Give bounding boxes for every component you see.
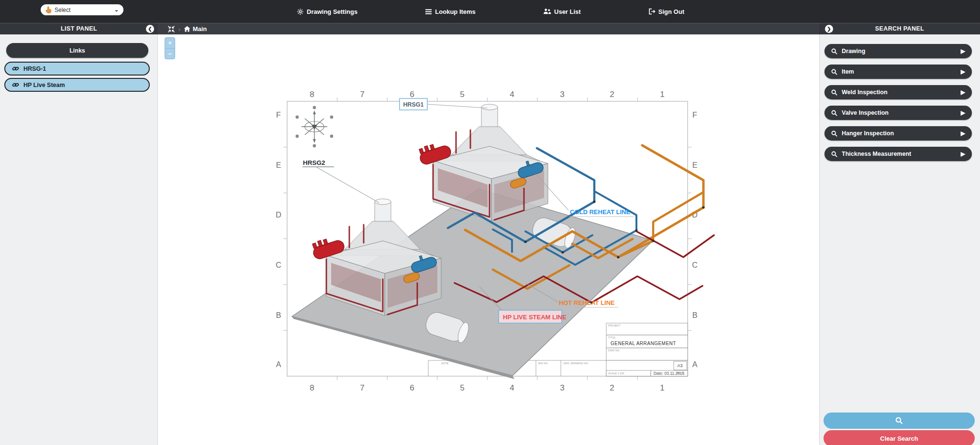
nav-label: Lookup Items: [435, 8, 476, 15]
triangle-right-icon: ▶: [961, 130, 965, 137]
search-btn-valve-inspection[interactable]: Valve Inspection ▶: [824, 106, 972, 120]
search-icon: [895, 417, 903, 424]
nav-label: Sign Out: [658, 8, 684, 15]
clear-search-button[interactable]: Clear Search: [824, 430, 975, 445]
nav-user-list[interactable]: User List: [543, 8, 581, 15]
select-dropdown-label: Select: [55, 7, 114, 13]
home-icon: [184, 26, 190, 32]
nav-label: Drawing Settings: [307, 8, 357, 15]
label-hp-live-steam-line[interactable]: HP LIVE STEAM LINE: [499, 310, 567, 323]
search-btn-thickness-measurement[interactable]: Thickness Measurement ▶: [824, 147, 972, 161]
list-item-hp-live-steam[interactable]: HP Live Steam: [4, 78, 150, 92]
sheet-size: A3: [677, 363, 682, 368]
breadcrumb: › Main: [167, 23, 207, 34]
grid-row-labels-left: F E D C B A: [276, 111, 281, 369]
triangle-right-icon: ▶: [961, 151, 965, 157]
svg-text:3: 3: [560, 383, 564, 392]
search-btn-label: Drawing: [842, 48, 957, 54]
link-icon: [12, 82, 19, 88]
search-btn-label: Item: [842, 68, 957, 75]
svg-text:HP LIVE STEAM LINE: HP LIVE STEAM LINE: [503, 314, 567, 321]
list-icon: [425, 9, 432, 15]
search-panel-header: ❯ SEARCH PANEL: [819, 23, 980, 34]
svg-text:D: D: [276, 211, 281, 219]
label-hrsg1[interactable]: HRSG1: [400, 98, 427, 110]
execute-search-button[interactable]: [824, 412, 975, 429]
search-icon: [831, 151, 837, 157]
svg-text:HRSG2: HRSG2: [303, 159, 325, 166]
nav-drawing-settings[interactable]: Drawing Settings: [297, 8, 357, 15]
svg-text:PROJECT: PROJECT: [608, 324, 621, 327]
list-item-hrsg-1[interactable]: HRSG-1: [4, 62, 150, 76]
drawing-canvas[interactable]: 8 7 6 5 4 3 2 1 8 7 6 5 4 3 2 1: [158, 34, 815, 445]
chevron-down-icon: ⌄: [114, 7, 119, 13]
triangle-right-icon: ▶: [961, 109, 965, 116]
compress-icon[interactable]: [167, 25, 175, 33]
grid-column-labels-bottom: 8 7 6 5 4 3 2 1: [310, 383, 664, 392]
svg-text:B: B: [692, 311, 698, 319]
search-panel: Drawing ▶ Item ▶ Weld Inspection ▶ Valve…: [819, 34, 980, 445]
svg-text:6: 6: [410, 90, 414, 99]
links-section-header: Links: [6, 43, 148, 58]
svg-text:6: 6: [410, 383, 414, 392]
svg-text:E: E: [692, 161, 698, 169]
link-icon: [12, 65, 19, 72]
nav-label: User List: [554, 8, 581, 15]
svg-text:COLD REHEAT LINE: COLD REHEAT LINE: [570, 208, 630, 216]
svg-text:F: F: [692, 111, 697, 119]
label-hot-reheat-line: HOT REHEAT LINE: [558, 299, 618, 307]
svg-text:5: 5: [460, 90, 464, 99]
svg-text:B: B: [276, 311, 281, 319]
svg-text:HOT REHEAT LINE: HOT REHEAT LINE: [559, 299, 615, 306]
svg-text:3: 3: [560, 90, 564, 99]
svg-text:1: 1: [660, 383, 664, 392]
panel-gutter: [815, 34, 819, 445]
svg-text:E: E: [276, 161, 281, 169]
svg-text:7: 7: [360, 383, 364, 392]
list-panel-header: LIST PANEL ❮: [0, 23, 158, 34]
list-item-label: HP Live Steam: [23, 82, 65, 88]
search-btn-label: Hanger Inspection: [842, 130, 957, 137]
select-dropdown[interactable]: Select ⌄: [41, 4, 123, 15]
label-hrsg2: HRSG2: [302, 159, 334, 167]
search-btn-weld-inspection[interactable]: Weld Inspection ▶: [824, 85, 972, 99]
svg-text:A: A: [276, 360, 281, 369]
svg-text:ORG. DRAWING NO.: ORG. DRAWING NO.: [563, 362, 589, 365]
svg-text:DWG NO.: DWG NO.: [608, 349, 620, 352]
grid-row-labels-right: F E D C B A: [692, 111, 698, 369]
zoom-in-button[interactable]: +: [165, 38, 175, 49]
triangle-right-icon: ▶: [961, 68, 965, 75]
search-icon: [831, 89, 837, 96]
svg-text:5: 5: [460, 383, 464, 392]
svg-text:C: C: [692, 261, 698, 269]
svg-text:SCALE 1:100: SCALE 1:100: [608, 372, 624, 375]
nav-sign-out[interactable]: Sign Out: [648, 8, 684, 15]
search-btn-drawing[interactable]: Drawing ▶: [824, 44, 972, 58]
breadcrumb-main[interactable]: Main: [184, 25, 207, 33]
chevron-left-icon[interactable]: ❮: [146, 25, 154, 33]
svg-text:HRSG1: HRSG1: [403, 101, 423, 108]
drawing-title: GENERAL ARRANGEMENT: [611, 341, 676, 346]
search-icon: [831, 110, 837, 116]
gear-icon: [297, 8, 304, 15]
search-btn-label: Thickness Measurement: [842, 151, 957, 157]
list-item-label: HRSG-1: [23, 65, 46, 72]
drawing-date: Date: 03.11.2015: [654, 371, 685, 376]
search-icon: [831, 48, 837, 54]
svg-text:RIG NO.: RIG NO.: [538, 362, 549, 365]
search-btn-hanger-inspection[interactable]: Hanger Inspection ▶: [824, 126, 972, 141]
svg-text:4: 4: [510, 90, 514, 99]
nav-lookup-items[interactable]: Lookup Items: [425, 8, 476, 15]
list-panel: Links HRSG-1 HP Live Steam: [0, 34, 158, 445]
svg-text:TITLE: TITLE: [608, 336, 615, 339]
hand-pointer-icon: [45, 6, 52, 13]
search-icon: [831, 69, 837, 75]
breadcrumb-main-label: Main: [193, 25, 207, 33]
zoom-out-button[interactable]: −: [165, 49, 175, 59]
svg-text:1: 1: [660, 90, 664, 99]
list-panel-title: LIST PANEL: [0, 23, 158, 34]
triangle-right-icon: ▶: [961, 48, 965, 54]
svg-text:A: A: [692, 360, 698, 369]
search-btn-item[interactable]: Item ▶: [824, 65, 972, 79]
svg-text:2: 2: [610, 90, 614, 99]
